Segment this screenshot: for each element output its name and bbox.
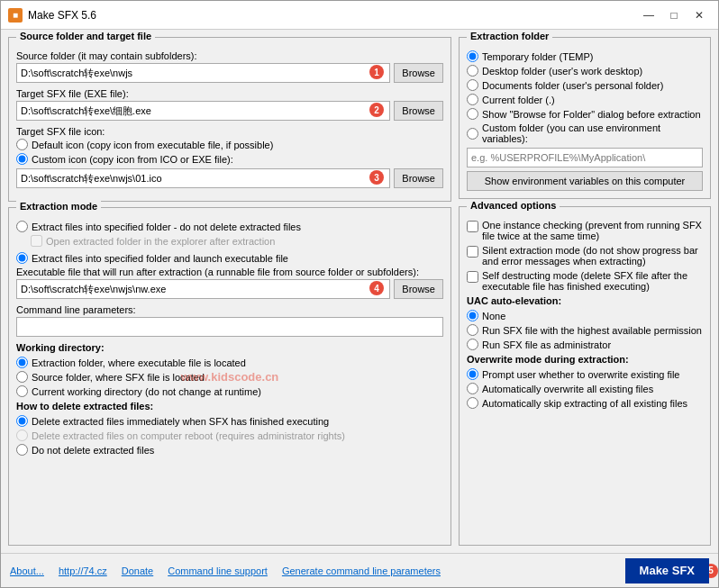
uac3-radio[interactable]: [467, 339, 478, 350]
working-dir-radio-group: Extraction folder, where executable file…: [16, 357, 443, 397]
make-sfx-button[interactable]: Make SFX: [625, 558, 709, 583]
uac1-item: None: [467, 310, 703, 321]
source-folder-row: 1 Browse: [16, 63, 443, 83]
mode1-label: Extract files into specified folder - do…: [32, 222, 301, 232]
browse-button-2[interactable]: Browse: [394, 101, 443, 121]
overwrite-label: Overwrite mode during extraction:: [467, 354, 703, 365]
badge-2: 2: [369, 103, 384, 117]
adv2-checkbox[interactable]: [467, 246, 478, 258]
target-sfx-label: Target SFX file (EXE file):: [16, 88, 443, 99]
link74-button[interactable]: http://74.cz: [59, 565, 107, 576]
icon-path-input[interactable]: [16, 168, 390, 188]
adv3-checkbox[interactable]: [467, 271, 478, 283]
del3-label: Do not delete extracted files: [32, 445, 154, 456]
about-button[interactable]: About...: [10, 565, 44, 576]
uac1-label: None: [482, 311, 505, 321]
mode2-radio-item: Extract files into specified folder and …: [16, 252, 443, 264]
del3-radio[interactable]: [16, 444, 28, 456]
overwrite-radio-group: Prompt user whether to overwrite existin…: [467, 368, 703, 409]
ef5-label: Show "Browse for Folder" dialog before e…: [482, 109, 701, 120]
adv1-checkbox[interactable]: [467, 221, 478, 232]
left-panel: Source folder and target file Source fol…: [8, 37, 451, 546]
ow2-item: Automatically overwrite all existing fil…: [467, 383, 703, 394]
minimize-button[interactable]: —: [637, 6, 660, 24]
extraction-folder-title: Extraction folder: [467, 31, 552, 41]
del2-item: Delete extracted files on computer reboo…: [16, 430, 443, 441]
badge-4: 4: [369, 281, 384, 295]
wd3-radio[interactable]: [16, 385, 28, 397]
ef2-item: Desktop folder (user's work desktop): [467, 65, 703, 77]
cmdline-support-button[interactable]: Command line support: [168, 565, 268, 576]
icon-default-label: Default icon (copy icon from executable …: [32, 140, 273, 150]
ef3-radio[interactable]: [467, 79, 478, 91]
wd2-label: Source folder, where SFX file is located: [32, 372, 205, 383]
ow2-radio[interactable]: [467, 383, 478, 394]
mode1-radio[interactable]: [16, 221, 28, 232]
ef1-radio[interactable]: [467, 50, 478, 62]
ow3-label: Automatically skip extracting of all exi…: [482, 398, 687, 409]
ow1-radio[interactable]: [467, 368, 478, 380]
delete-label: How to delete extracted files:: [16, 401, 443, 412]
ef4-radio[interactable]: [467, 94, 478, 105]
source-group: Source folder and target file Source fol…: [8, 37, 451, 202]
title-controls: — □ ✕: [637, 6, 711, 24]
cmdline-input[interactable]: [16, 317, 443, 337]
uac3-item: Run SFX file as administrator: [467, 339, 703, 350]
uac3-label: Run SFX file as administrator: [482, 339, 611, 350]
main-window: ■ Make SFX 5.6 — □ ✕ Source folder and t…: [0, 0, 719, 588]
ow3-radio[interactable]: [467, 397, 478, 409]
ow2-label: Automatically overwrite all existing fil…: [482, 384, 653, 394]
browse-button-4[interactable]: Browse: [394, 279, 443, 299]
ef2-radio[interactable]: [467, 65, 478, 77]
ow1-item: Prompt user whether to overwrite existin…: [467, 368, 703, 380]
browse-button-3[interactable]: Browse: [394, 168, 443, 188]
ef6-radio[interactable]: [467, 128, 478, 140]
extraction-folder-content: Temporary folder (TEMP) Desktop folder (…: [467, 50, 703, 191]
exec-label: Executable file that will run after extr…: [16, 267, 443, 277]
donate-button[interactable]: Donate: [122, 565, 153, 576]
advanced-options-group: Advanced options One instance checking (…: [459, 206, 711, 546]
wd2-radio[interactable]: [16, 371, 28, 383]
ef6-item: Custom folder (you can use environment v…: [467, 122, 703, 144]
uac2-label: Run SFX file with the highest available …: [482, 325, 702, 336]
del2-radio: [16, 430, 28, 441]
target-sfx-input[interactable]: [16, 101, 390, 121]
generate-cmdline-button[interactable]: Generate command line parameters: [282, 565, 441, 576]
del1-label: Delete extracted files immediately when …: [32, 416, 329, 427]
mode2-label: Extract files into specified folder and …: [32, 253, 288, 264]
del3-item: Do not delete extracted files: [16, 444, 443, 456]
exec-row: 4 Browse: [16, 279, 443, 299]
wd1-radio[interactable]: [16, 357, 28, 368]
right-panel: Extraction folder Temporary folder (TEMP…: [459, 37, 711, 546]
open-explorer-checkbox: [31, 235, 42, 247]
wd3-item: Current working directory (do not change…: [16, 385, 443, 397]
source-folder-label: Source folder (it may contain subfolders…: [16, 50, 443, 61]
source-group-title: Source folder and target file: [16, 31, 155, 41]
ef3-label: Documents folder (user's personal folder…: [482, 80, 663, 91]
maximize-button[interactable]: □: [662, 6, 686, 24]
uac2-item: Run SFX file with the highest available …: [467, 324, 703, 336]
ef5-radio[interactable]: [467, 108, 478, 120]
uac2-radio[interactable]: [467, 324, 478, 336]
bottom-bar: About... http://74.cz Donate Command lin…: [1, 553, 718, 587]
ef4-item: Current folder (.): [467, 94, 703, 105]
ef5-item: Show "Browse for Folder" dialog before e…: [467, 108, 703, 120]
env-variables-button[interactable]: Show environment variables on this compu…: [467, 171, 703, 191]
uac1-radio[interactable]: [467, 310, 478, 321]
ef2-label: Desktop folder (user's work desktop): [482, 66, 642, 77]
icon-default-radio[interactable]: [16, 139, 28, 150]
source-folder-input[interactable]: [16, 63, 390, 83]
del1-item: Delete extracted files immediately when …: [16, 415, 443, 427]
ef4-label: Current folder (.): [482, 95, 555, 105]
browse-button-1[interactable]: Browse: [394, 63, 443, 83]
extraction-folder-group: Extraction folder Temporary folder (TEMP…: [459, 37, 711, 199]
ef-radio-group: Temporary folder (TEMP) Desktop folder (…: [467, 50, 703, 144]
del1-radio[interactable]: [16, 415, 28, 427]
env-folder-input[interactable]: [467, 148, 703, 167]
exec-input[interactable]: [16, 279, 390, 299]
cmdline-label: Command line parameters:: [16, 304, 443, 315]
extraction-mode-group: Extraction mode www.kidscode.cn Extract …: [8, 207, 451, 546]
icon-custom-radio[interactable]: [16, 153, 28, 165]
close-button[interactable]: ✕: [687, 6, 711, 24]
mode2-radio[interactable]: [16, 252, 28, 264]
